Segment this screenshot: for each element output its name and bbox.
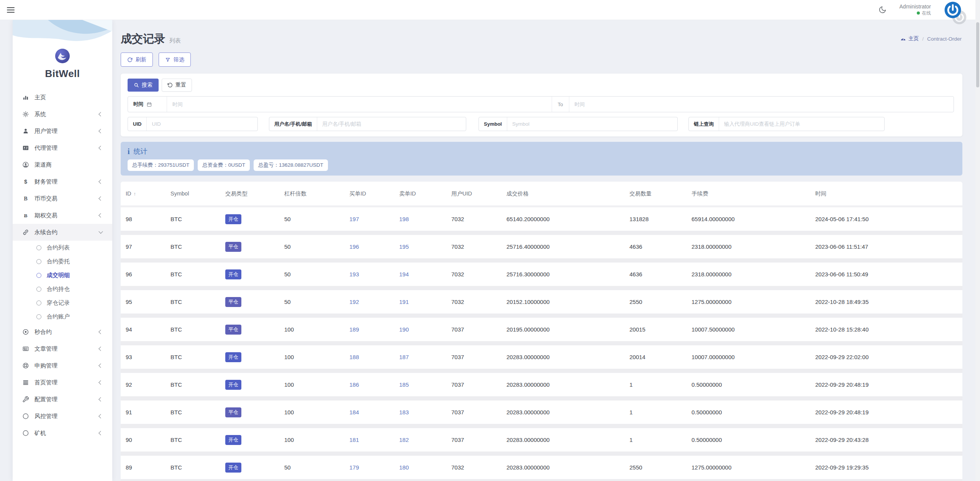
sidebar-item-label: 用户管理 [34, 128, 99, 135]
filter-button[interactable]: 筛选 [159, 53, 191, 67]
sidebar-item-risk-control[interactable]: 风控管理 [13, 408, 112, 425]
time-from-input[interactable] [167, 97, 552, 112]
cell-leverage: 50 [284, 271, 349, 277]
buy-order-link[interactable]: 186 [349, 381, 359, 388]
cell-amount: 20015 [629, 326, 692, 333]
cell-id: 89 [126, 464, 170, 471]
symbol-input[interactable] [507, 117, 677, 131]
cell-time: 2023-06-06 11:51:47 [815, 243, 962, 250]
chevron-left-icon [98, 346, 103, 351]
col-amount: 交易数量 [629, 190, 692, 197]
sidebar-subitem-contract-positions[interactable]: 合约持仓 [13, 282, 112, 296]
sidebar-subitem-liquidation-records[interactable]: 穿仓记录 [13, 296, 112, 310]
sell-order-link[interactable]: 183 [399, 409, 409, 415]
col-fee: 手续费 [692, 190, 815, 197]
cell-id: 91 [126, 409, 170, 415]
user-circle-icon [22, 161, 29, 169]
sidebar-item-agents[interactable]: 代理管理 [13, 140, 112, 156]
refresh-button[interactable]: 刷新 [121, 53, 153, 67]
uid-input[interactable] [147, 117, 257, 131]
buy-order-link[interactable]: 189 [349, 326, 359, 333]
cell-fee: 65914.00000000 [692, 216, 815, 222]
cell-price: 20283.00000000 [506, 409, 629, 415]
sell-order-link[interactable]: 194 [399, 271, 409, 277]
symbol-label: Symbol [479, 117, 507, 131]
circle-icon [22, 429, 29, 437]
breadcrumb-home-link[interactable]: 主页 [900, 35, 919, 42]
dark-mode-toggle-icon[interactable] [878, 6, 887, 14]
sidebar-item-users[interactable]: 用户管理 [13, 123, 112, 140]
buy-order-link[interactable]: 188 [349, 354, 359, 360]
top-navbar: Administrator 在线 [0, 0, 980, 20]
username-label: 用户名/手机/邮箱 [269, 117, 317, 131]
cell-amount: 20014 [629, 354, 692, 360]
page-subtitle: 列表 [169, 37, 181, 44]
sidebar-item-options-trade[interactable]: Ƀ期权交易 [13, 207, 112, 224]
sidebar-item-home[interactable]: 主页 [13, 89, 112, 106]
admin-menu[interactable]: Administrator 在线 [900, 3, 931, 16]
menu-toggle-icon[interactable] [7, 7, 15, 13]
col-symbol: Symbol [170, 190, 225, 197]
radio-icon [36, 259, 41, 264]
cell-time: 2022-10-28 15:28:40 [815, 326, 962, 333]
chevron-left-icon [98, 129, 103, 133]
radio-icon [36, 300, 41, 305]
brand: BitWell [13, 20, 112, 80]
time-to-input[interactable] [569, 97, 954, 112]
sidebar-item-label: 秒合约 [34, 328, 99, 336]
user-icon [22, 127, 29, 135]
sidebar-subitem-contract-accounts[interactable]: 合约账户 [13, 310, 112, 323]
sell-order-link[interactable]: 187 [399, 354, 409, 360]
admin-name: Administrator [900, 3, 931, 10]
buy-order-link[interactable]: 184 [349, 409, 359, 415]
sidebar-item-miner[interactable]: 矿机 [13, 425, 112, 442]
cell-amount: 1 [629, 437, 692, 443]
avatar[interactable] [944, 1, 962, 19]
letter-b-icon: B [22, 195, 29, 202]
table-row: 90 BTC 开仓 100 181 182 7037 20283.0000000… [121, 428, 962, 456]
buy-order-link[interactable]: 197 [349, 216, 359, 222]
symbol-field-group: Symbol [479, 117, 678, 131]
buy-order-link[interactable]: 192 [349, 299, 359, 305]
sell-order-link[interactable]: 185 [399, 381, 409, 388]
cell-symbol: BTC [170, 243, 225, 250]
cell-id: 95 [126, 299, 170, 305]
sidebar-item-spot-trade[interactable]: B币币交易 [13, 190, 112, 207]
sell-order-link[interactable]: 190 [399, 326, 409, 333]
sidebar-item-seconds-contract[interactable]: 秒合约 [13, 323, 112, 340]
buy-order-link[interactable]: 196 [349, 243, 359, 250]
sidebar-item-label: 永续合约 [34, 229, 99, 236]
col-id[interactable]: ID ↑ [126, 190, 170, 197]
sidebar-subitem-trade-details[interactable]: 成交明细 [13, 268, 112, 282]
col-time: 时间 [815, 190, 962, 197]
sell-order-link[interactable]: 180 [399, 464, 409, 471]
buy-order-link[interactable]: 179 [349, 464, 359, 471]
sidebar-item-subscriptions[interactable]: 申购管理 [13, 357, 112, 374]
sidebar-menu: 主页系统用户管理代理管理渠道商$财务管理B币币交易Ƀ期权交易永续合约合约列表合约… [13, 89, 112, 442]
sidebar-item-system[interactable]: 系统 [13, 106, 112, 123]
chain-query-input[interactable] [719, 117, 884, 131]
sidebar-subitem-contract-list[interactable]: 合约列表 [13, 241, 112, 254]
scrollbar-thumb[interactable] [976, 22, 979, 87]
cell-fee: 1275.00000000 [692, 299, 815, 305]
sidebar-item-perpetual[interactable]: 永续合约 [13, 224, 112, 241]
trade-type-badge: 平仓 [225, 297, 241, 307]
cell-price: 20283.00000000 [506, 464, 629, 471]
sidebar-subitem-contract-orders[interactable]: 合约委托 [13, 254, 112, 268]
buy-order-link[interactable]: 193 [349, 271, 359, 277]
buy-order-link[interactable]: 181 [349, 437, 359, 443]
reset-button[interactable]: 重置 [162, 79, 192, 92]
sidebar-item-channels[interactable]: 渠道商 [13, 156, 112, 173]
sidebar-item-homepage[interactable]: 首页管理 [13, 374, 112, 391]
username-input[interactable] [317, 117, 466, 131]
sell-order-link[interactable]: 198 [399, 216, 409, 222]
admin-status: 在线 [900, 10, 931, 16]
id-card-icon [22, 144, 29, 152]
sell-order-link[interactable]: 182 [399, 437, 409, 443]
sidebar-item-config[interactable]: 配置管理 [13, 391, 112, 408]
search-button[interactable]: 搜索 [128, 79, 159, 92]
sell-order-link[interactable]: 191 [399, 299, 409, 305]
sidebar-item-finance[interactable]: $财务管理 [13, 173, 112, 190]
sell-order-link[interactable]: 195 [399, 243, 409, 250]
sidebar-item-articles[interactable]: 文章管理 [13, 340, 112, 357]
